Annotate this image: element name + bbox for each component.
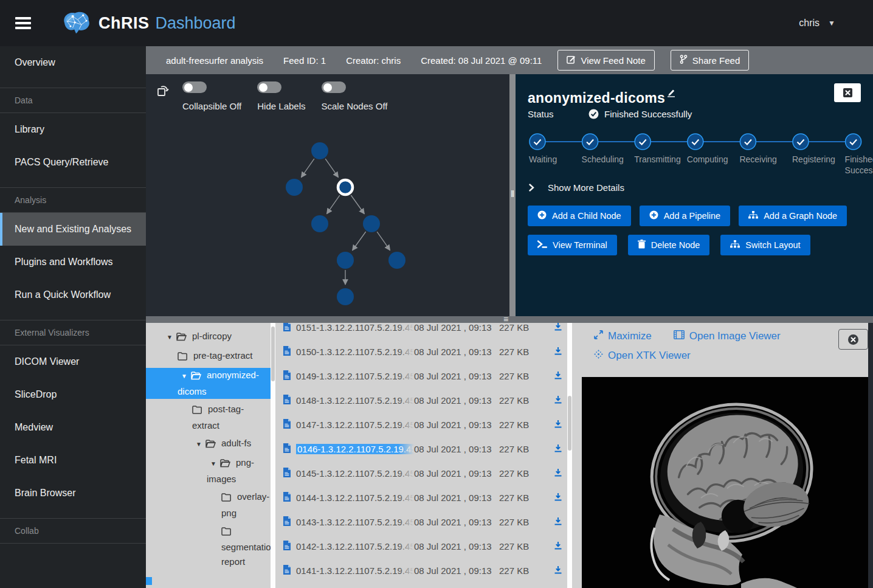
horizontal-splitter[interactable]: ≡ xyxy=(146,316,873,323)
sidebar-item-fetal-mri[interactable]: Fetal MRI xyxy=(0,444,146,477)
download-icon[interactable] xyxy=(554,444,562,454)
sidebar-item-plugins-and-workflows[interactable]: Plugins and Workflows xyxy=(0,246,146,278)
user-menu[interactable]: chris ▼ xyxy=(799,0,835,46)
view-terminal-button[interactable]: View Terminal xyxy=(528,235,617,255)
vertical-splitter[interactable]: ‖ xyxy=(509,74,516,316)
tree-item-pl-dircopy[interactable]: ▼pl-dircopy xyxy=(146,329,271,345)
sidebar-item-slicedrop[interactable]: SliceDrop xyxy=(0,378,146,411)
close-node-panel-button[interactable] xyxy=(834,83,861,102)
sidebar-item-brain-browser[interactable]: Brain Browser xyxy=(0,477,146,510)
film-icon xyxy=(674,330,685,342)
sidebar-item-pacs-query-retrieve[interactable]: PACS Query/Retrieve xyxy=(0,146,146,179)
share-feed-button[interactable]: Share Feed xyxy=(671,50,749,71)
download-icon[interactable] xyxy=(554,541,562,552)
status-stepper xyxy=(528,132,863,151)
graph-node-2-selected[interactable] xyxy=(338,180,353,195)
toggle-switch[interactable] xyxy=(322,81,346,93)
mri-preview-image[interactable] xyxy=(582,377,868,588)
node-actions-row2: View TerminalDelete NodeSwitch Layout xyxy=(528,235,810,255)
tree-item-overlay-png[interactable]: overlay-png xyxy=(146,489,271,521)
add-a-pipeline-button[interactable]: Add a Pipeline xyxy=(640,206,731,226)
file-icon xyxy=(283,565,292,576)
tree-hscrollbar-thumb[interactable] xyxy=(146,577,152,585)
step-label: Registering xyxy=(792,154,843,165)
file-date: 08 Jul 2021 , 09:13 xyxy=(414,566,499,576)
download-icon[interactable] xyxy=(554,468,562,479)
graph-node-4[interactable] xyxy=(363,215,380,232)
file-name: 0149-1.3.12.2.1107.5.2.19.45152.2 xyxy=(296,371,414,381)
file-row[interactable]: 0150-1.3.12.2.1107.5.2.19.45152.208 Jul … xyxy=(275,339,567,364)
graph-node-3[interactable] xyxy=(311,215,328,232)
file-row[interactable]: 0149-1.3.12.2.1107.5.2.19.45152.208 Jul … xyxy=(275,364,567,388)
file-row[interactable]: 0146-1.3.12.2.1107.5.2.19.45152.208 Jul … xyxy=(275,437,567,461)
sidebar-item-dicom-viewer[interactable]: DICOM Viewer xyxy=(0,345,146,378)
folder-icon xyxy=(221,491,237,506)
code-branch-icon xyxy=(680,55,688,66)
download-icon[interactable] xyxy=(554,420,562,430)
tree-item-adult-fs[interactable]: ▼adult-fs xyxy=(146,436,271,452)
tree-item-pre-tag-extract[interactable]: pre-tag-extract xyxy=(146,348,271,365)
download-icon[interactable] xyxy=(554,371,562,381)
file-size: 227 KB xyxy=(499,395,545,406)
graph-node-0[interactable] xyxy=(311,142,328,159)
file-icon xyxy=(283,516,292,528)
file-row[interactable]: 0141-1.3.12.2.1107.5.2.19.45152.208 Jul … xyxy=(275,558,567,583)
sidebar-item-medview[interactable]: Medview xyxy=(0,411,146,444)
open-image-viewer-link[interactable]: Open Image Viewer xyxy=(674,330,781,342)
sidebar-item-library[interactable]: Library xyxy=(0,113,146,146)
tree-item-anonymized-dicoms[interactable]: ▼anonymized-dicoms xyxy=(146,368,271,399)
file-row[interactable]: 0143-1.3.12.2.1107.5.2.19.45152.208 Jul … xyxy=(275,510,567,534)
graph-node-5[interactable] xyxy=(337,252,354,269)
toggle-scale-nodes-off: Scale Nodes Off xyxy=(322,81,388,111)
download-icon[interactable] xyxy=(554,323,562,333)
open-xtk-viewer-link[interactable]: Open XTK Viewer xyxy=(594,350,691,362)
sidebar-item-new-and-existing-analyses[interactable]: New and Existing Analyses xyxy=(0,213,146,246)
add-a-child-node-button[interactable]: Add a Child Node xyxy=(528,206,631,226)
add-a-graph-node-button[interactable]: Add a Graph Node xyxy=(739,206,847,226)
download-icon[interactable] xyxy=(554,566,562,576)
download-icon[interactable] xyxy=(554,395,562,406)
graph-node-1[interactable] xyxy=(286,179,303,196)
reset-view-icon[interactable] xyxy=(157,85,169,100)
xtk-icon xyxy=(594,350,603,362)
delete-node-button[interactable]: Delete Node xyxy=(628,235,710,255)
caret-down-icon[interactable]: ▼ xyxy=(178,369,191,384)
file-name: 0148-1.3.12.2.1107.5.2.19.45152.2 xyxy=(296,395,414,406)
sidebar-item-overview[interactable]: Overview xyxy=(0,46,146,79)
step-label: Transmitting xyxy=(634,154,685,165)
graph-node-7[interactable] xyxy=(337,288,354,305)
brand[interactable]: ChRIS Dashboard xyxy=(60,9,236,37)
tree-item-png-images[interactable]: ▼png-images xyxy=(146,455,271,486)
graph-node-6[interactable] xyxy=(388,252,405,269)
switch-layout-button[interactable]: Switch Layout xyxy=(720,235,810,255)
close-preview-button[interactable] xyxy=(838,329,868,350)
toggle-switch[interactable] xyxy=(257,81,281,93)
download-icon[interactable] xyxy=(554,493,562,503)
file-row[interactable]: 0148-1.3.12.2.1107.5.2.19.45152.208 Jul … xyxy=(275,388,567,412)
download-icon[interactable] xyxy=(554,517,562,527)
download-icon[interactable] xyxy=(554,347,562,357)
preview-actions: MaximizeOpen Image ViewerOpen XTK Viewer xyxy=(594,330,825,362)
caret-down-icon: ▼ xyxy=(828,19,835,27)
step-label: Finished Successfully xyxy=(845,154,873,176)
caret-down-icon[interactable]: ▼ xyxy=(207,457,220,471)
file-row[interactable]: 0144-1.3.12.2.1107.5.2.19.45152.208 Jul … xyxy=(275,485,567,510)
hamburger-menu-icon[interactable] xyxy=(15,17,31,29)
sidebar-item-run-a-quick-workflow[interactable]: Run a Quick Workflow xyxy=(0,278,146,311)
file-row[interactable]: 0142-1.3.12.2.1107.5.2.19.45152.208 Jul … xyxy=(275,534,567,558)
toggle-switch[interactable] xyxy=(182,81,207,93)
file-row[interactable]: 0145-1.3.12.2.1107.5.2.19.45152.208 Jul … xyxy=(275,461,567,485)
edit-title-icon[interactable] xyxy=(667,85,675,100)
file-row[interactable]: 0147-1.3.12.2.1107.5.2.19.45152.208 Jul … xyxy=(275,412,567,437)
file-size: 227 KB xyxy=(499,420,545,430)
tree-item-post-tag-extract[interactable]: post-tag-extract xyxy=(146,402,271,433)
file-list-scrollbar[interactable] xyxy=(567,323,572,588)
show-more-details[interactable]: Show More Details xyxy=(529,182,624,193)
caret-down-icon[interactable]: ▼ xyxy=(163,330,176,345)
caret-down-icon[interactable]: ▼ xyxy=(192,437,205,452)
tree-scrollbar[interactable] xyxy=(271,323,275,588)
tree-item-segmentation-report[interactable]: segmentation-report xyxy=(146,524,271,569)
maximize-link[interactable]: Maximize xyxy=(594,330,652,342)
file-row[interactable]: 0151-1.3.12.2.1107.5.2.19.45152.208 Jul … xyxy=(275,323,567,339)
view-feed-note-button[interactable]: View Feed Note xyxy=(557,50,654,71)
